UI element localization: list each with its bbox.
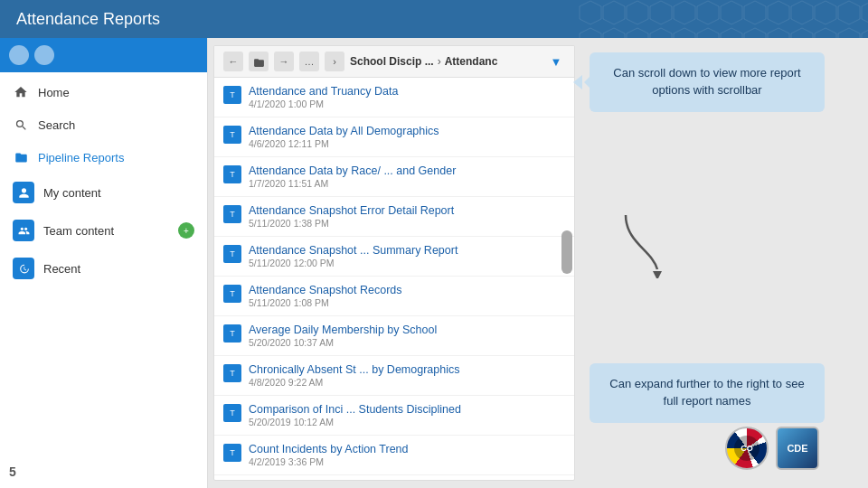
sidebar-item-mycontent[interactable]: My content [0, 174, 207, 211]
report-name-3: Attendance Snapshot Error Detail Report [249, 204, 565, 217]
report-name-6: Average Daily Membership by School [249, 324, 565, 336]
folder-nav-button[interactable] [249, 52, 269, 71]
report-icon-2: T [223, 165, 241, 183]
report-name-1: Attendance Data by All Demographics [249, 125, 565, 137]
filter-icon[interactable]: ▼ [547, 52, 565, 70]
sidebar-mycontent-label: My content [43, 186, 101, 200]
co-label: CO [734, 436, 760, 461]
sidebar-top-bar [0, 38, 207, 72]
svg-marker-2 [653, 271, 662, 278]
curved-arrow-svg [608, 206, 680, 278]
colorado-logo: CO [725, 427, 769, 470]
report-icon-6: T [223, 324, 241, 343]
cde-logo: CDE [776, 427, 819, 470]
sidebar-item-recent[interactable]: Recent [0, 249, 207, 287]
report-date-9: 4/2/2019 3:36 PM [249, 456, 565, 467]
svg-rect-1 [579, 0, 868, 38]
bottom-callout-text: Can expand further to the right to see f… [609, 377, 804, 408]
report-name-9: Count Incidents by Action Trend [249, 443, 565, 455]
breadcrumb-part1: School Discip ... [350, 55, 434, 68]
top-callout-wrapper: Can scroll down to view more report opti… [590, 52, 825, 112]
report-date-6: 5/20/2020 10:37 AM [249, 337, 565, 348]
report-date-0: 4/1/2020 1:00 PM [249, 99, 565, 109]
sidebar: Home Search Pipeline Reports [0, 38, 208, 488]
more-button[interactable]: … [299, 52, 319, 71]
sidebar-item-home[interactable]: Home [0, 76, 207, 108]
sidebar-home-label: Home [38, 86, 70, 99]
page-number: 5 [9, 465, 16, 479]
expand-icon[interactable]: + [178, 222, 194, 239]
report-icon-4: T [223, 245, 241, 263]
back-button[interactable]: ← [223, 52, 243, 71]
sidebar-icon-1 [9, 45, 29, 65]
search-icon [13, 117, 29, 133]
recent-badge [13, 258, 34, 279]
sidebar-top-icons [9, 45, 54, 65]
report-icon-0: T [223, 86, 241, 104]
content-toolbar: ← → … › School Discip ... › Attendanc ▼ [214, 46, 574, 78]
report-item-1[interactable]: T Attendance Data by All Demographics 4/… [214, 117, 574, 157]
report-icon-8: T [223, 404, 241, 422]
report-date-4: 5/11/2020 12:00 PM [249, 258, 565, 268]
breadcrumb-part2: Attendanc [445, 55, 498, 68]
breadcrumb: School Discip ... › Attendanc [350, 55, 542, 68]
report-name-7: Chronically Absent St ... by Demographic… [249, 363, 565, 376]
report-info-8: Comparison of Inci ... Students Discipli… [249, 403, 565, 427]
report-info-0: Attendance and Truancy Data 4/1/2020 1:0… [249, 85, 565, 109]
teamcontent-badge [13, 220, 34, 241]
report-name-5: Attendance Snapshot Records [249, 284, 565, 296]
main-area: Home Search Pipeline Reports [0, 38, 868, 488]
folder-icon [13, 149, 29, 165]
report-date-3: 5/11/2020 1:38 PM [249, 218, 565, 229]
report-info-1: Attendance Data by All Demographics 4/6/… [249, 125, 565, 149]
report-info-3: Attendance Snapshot Error Detail Report … [249, 204, 565, 229]
report-name-4: Attendance Snapshot ... Summary Report [249, 244, 565, 257]
report-item-0[interactable]: T Attendance and Truancy Data 4/1/2020 1… [214, 78, 574, 117]
hex-decoration [579, 0, 868, 38]
report-item-3[interactable]: T Attendance Snapshot Error Detail Repor… [214, 197, 574, 237]
report-info-5: Attendance Snapshot Records 5/11/2020 1:… [249, 284, 565, 308]
home-icon [13, 84, 29, 100]
report-icon-7: T [223, 364, 241, 382]
forward-button[interactable]: → [274, 52, 294, 71]
annotation-area: Can scroll down to view more report opti… [580, 38, 834, 488]
report-date-2: 1/7/2020 11:51 AM [249, 178, 565, 189]
report-item-10[interactable]: T Count of Students Disciplined Trend 5/… [214, 475, 574, 480]
bottom-callout: Can expand further to the right to see f… [590, 363, 825, 423]
report-item-4[interactable]: T Attendance Snapshot ... Summary Report… [214, 237, 574, 277]
bottom-callout-wrapper: Can expand further to the right to see f… [590, 363, 825, 423]
sidebar-item-teamcontent[interactable]: Team content + [0, 211, 207, 249]
report-item-6[interactable]: T Average Daily Membership by School 5/2… [214, 316, 574, 356]
report-item-7[interactable]: T Chronically Absent St ... by Demograph… [214, 356, 574, 396]
sidebar-pipeline-label: Pipeline Reports [38, 151, 124, 164]
logos-row: CO CDE [590, 423, 825, 474]
report-item-9[interactable]: T Count Incidents by Action Trend 4/2/20… [214, 436, 574, 475]
top-callout: Can scroll down to view more report opti… [590, 52, 825, 112]
sidebar-icon-2 [34, 45, 54, 65]
sidebar-item-search[interactable]: Search [0, 108, 207, 141]
report-item-8[interactable]: T Comparison of Inci ... Students Discip… [214, 396, 574, 436]
curved-arrow-area [590, 121, 825, 364]
top-callout-text: Can scroll down to view more report opti… [613, 66, 800, 97]
report-list[interactable]: T Attendance and Truancy Data 4/1/2020 1… [214, 78, 574, 480]
content-pane: ← → … › School Discip ... › Attendanc ▼ … [213, 45, 575, 481]
page-title: Attendance Reports [16, 10, 160, 29]
report-date-7: 4/8/2020 9:22 AM [249, 377, 565, 388]
top-callout-arrow [573, 75, 582, 89]
report-icon-9: T [223, 444, 241, 462]
report-name-2: Attendance Data by Race/ ... and Gender [249, 164, 565, 177]
sidebar-item-pipeline[interactable]: Pipeline Reports [0, 141, 207, 174]
report-info-6: Average Daily Membership by School 5/20/… [249, 324, 565, 348]
cde-label: CDE [787, 443, 807, 454]
report-info-4: Attendance Snapshot ... Summary Report 5… [249, 244, 565, 268]
report-item-5[interactable]: T Attendance Snapshot Records 5/11/2020 … [214, 277, 574, 316]
report-icon-1: T [223, 126, 241, 144]
report-date-8: 5/20/2019 10:12 AM [249, 417, 565, 427]
report-item-2[interactable]: T Attendance Data by Race/ ... and Gende… [214, 157, 574, 197]
report-name-0: Attendance and Truancy Data [249, 85, 565, 98]
sidebar-nav: Home Search Pipeline Reports [0, 72, 207, 488]
next-button[interactable]: › [325, 52, 344, 71]
scrollbar-indicator[interactable] [561, 230, 572, 274]
report-icon-3: T [223, 205, 241, 223]
report-date-5: 5/11/2020 1:08 PM [249, 297, 565, 308]
